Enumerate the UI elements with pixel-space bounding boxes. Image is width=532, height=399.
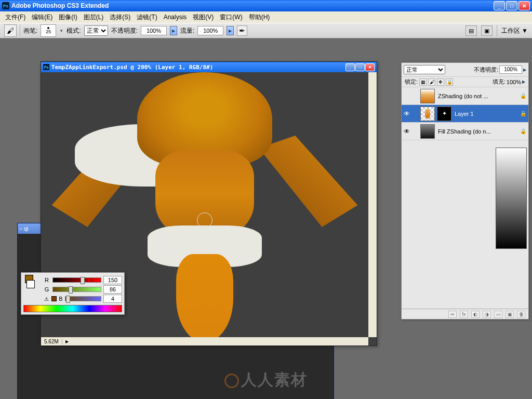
brush-size-value: 25	[46, 29, 51, 34]
layer-name[interactable]: ZShading (do not ...	[436, 93, 520, 99]
layer-row[interactable]: 👁 ✦ Layer 1 🔒	[402, 105, 528, 123]
link-layers-icon[interactable]: ⇔	[448, 311, 457, 318]
layer-thumbnail[interactable]	[420, 124, 435, 139]
watermark: 人人素材	[224, 369, 308, 391]
menu-help[interactable]: 帮助(H)	[246, 12, 273, 23]
file-browser-icon[interactable]: ▤	[466, 25, 477, 36]
lock-icon: 🔒	[520, 128, 528, 134]
brush-preset-picker[interactable]: 25	[41, 24, 56, 37]
brush-label: 画笔:	[23, 26, 37, 35]
gamut-swatch[interactable]	[51, 296, 57, 301]
layers-panel-footer: ⇔ fx ◐ ◑ ▭ ▣ 🗑	[402, 309, 528, 319]
visibility-toggle[interactable]: 👁	[402, 128, 412, 135]
lock-pixels-icon[interactable]: 🖌	[428, 78, 435, 86]
background-swatch[interactable]	[26, 280, 35, 288]
airbrush-icon[interactable]: ✒	[237, 25, 247, 36]
g-value[interactable]: 86	[103, 285, 122, 294]
layer-style-icon[interactable]: fx	[460, 311, 468, 318]
divider	[497, 25, 497, 36]
opacity-label: 不透明度:	[111, 26, 138, 35]
lock-position-icon[interactable]: ✥	[437, 78, 444, 86]
navigator-panel[interactable]	[496, 148, 527, 249]
maximize-button[interactable]: □	[506, 1, 517, 10]
lock-transparency-icon[interactable]: ▦	[419, 78, 427, 86]
lock-icon: 🔒	[520, 111, 528, 116]
gamut-warning-icon[interactable]: ⚠	[43, 296, 49, 302]
workspace-label[interactable]: 工作区 ▼	[501, 26, 528, 35]
doc-close-button[interactable]: ✕	[365, 63, 375, 71]
layer-opacity-field[interactable]: 100%	[499, 65, 522, 74]
menu-filter[interactable]: 滤镜(T)	[134, 12, 160, 23]
layer-row[interactable]: 👁 Fill ZShading (do n... 🔒	[402, 123, 528, 140]
layer-name[interactable]: Fill ZShading (do n...	[436, 128, 520, 135]
g-label: G	[43, 286, 50, 292]
b-slider[interactable]	[65, 296, 101, 301]
layer-opacity-label: 不透明度:	[474, 66, 498, 74]
layer-thumbnail[interactable]	[420, 89, 435, 103]
menu-edit[interactable]: 编辑(E)	[29, 12, 56, 23]
fill-label: 填充:	[493, 78, 506, 86]
opacity-arrow[interactable]: ▶	[170, 26, 177, 35]
menu-analysis[interactable]: Analysis	[161, 12, 190, 22]
menu-file[interactable]: 文件(F)	[2, 12, 29, 23]
new-layer-icon[interactable]: ▣	[506, 311, 514, 318]
color-spectrum[interactable]	[23, 305, 122, 312]
color-panel[interactable]: R 150 G 86 ⚠ B 4	[21, 272, 125, 315]
opacity-field[interactable]: 100%	[141, 26, 167, 35]
bridge-icon[interactable]: ▣	[481, 25, 493, 36]
menu-view[interactable]: 视图(V)	[190, 12, 217, 23]
menu-bar: 文件(F) 编辑(E) 图像(I) 图层(L) 选择(S) 滤镜(T) Anal…	[0, 11, 532, 23]
brush-cursor	[197, 212, 212, 228]
layer-group-icon[interactable]: ▭	[494, 311, 502, 318]
close-button[interactable]: ✕	[518, 1, 530, 10]
image-content	[258, 130, 359, 232]
r-value[interactable]: 150	[103, 276, 122, 284]
minimize-button[interactable]: _	[494, 1, 505, 10]
doc-title-bar[interactable]: Ps TempZAppLinkExport.psd @ 200% (Layer …	[41, 62, 377, 72]
horizontal-scrollbar[interactable]: 5.62M ▶	[41, 337, 368, 345]
r-slider[interactable]	[52, 277, 101, 283]
image-content	[176, 254, 233, 337]
menu-window[interactable]: 窗口(W)	[217, 12, 245, 23]
photoshop-icon: Ps	[2, 2, 9, 9]
doc-ps-icon: Ps	[43, 64, 49, 70]
menu-layer[interactable]: 图层(L)	[81, 12, 107, 23]
adjustment-layer-icon[interactable]: ◑	[483, 311, 491, 318]
flow-label: 流量:	[180, 26, 194, 35]
g-slider[interactable]	[52, 287, 101, 292]
blend-mode-select[interactable]: 正常	[84, 25, 108, 36]
r-label: R	[43, 277, 50, 283]
mode-label: 模式:	[66, 26, 81, 35]
flow-field[interactable]: 100%	[197, 26, 223, 35]
bg-doc-title: qi	[24, 225, 29, 232]
layer-thumbnail[interactable]	[420, 107, 435, 121]
b-label: B	[59, 296, 63, 302]
layer-mask-icon[interactable]: ◐	[471, 311, 480, 318]
menu-select[interactable]: 选择(S)	[107, 12, 134, 23]
options-bar: 🖌 画笔: 25 ▼ 模式: 正常 不透明度: 100% ▶ 流量: 100% …	[0, 23, 532, 38]
doc-maximize-button[interactable]: □	[355, 63, 365, 71]
layer-list: ZShading (do not ... 🔒 👁 ✦ Layer 1 🔒 👁 F…	[402, 87, 528, 144]
fill-field[interactable]: 100%	[507, 79, 521, 85]
doc-title: TempZAppLinkExport.psd @ 200% (Layer 1, …	[51, 64, 345, 71]
delete-layer-icon[interactable]: 🗑	[517, 311, 525, 318]
workspace: ▫ qi 人人素材 Ps TempZAppLinkExport.psd @ 20…	[0, 38, 532, 399]
b-value[interactable]: 4	[103, 295, 122, 303]
divider	[20, 25, 20, 36]
layer-name[interactable]: Layer 1	[453, 111, 520, 117]
lock-all-icon[interactable]: 🔒	[446, 78, 453, 86]
lock-icon: 🔒	[520, 93, 528, 99]
visibility-toggle[interactable]: 👁	[402, 110, 412, 117]
flow-arrow[interactable]: ▶	[227, 26, 234, 35]
menu-image[interactable]: 图像(I)	[56, 12, 80, 23]
layer-mask-thumbnail[interactable]: ✦	[437, 107, 451, 121]
vertical-scrollbar[interactable]	[368, 72, 377, 337]
lock-label: 锁定:	[405, 78, 418, 86]
doc-minimize-button[interactable]: _	[345, 63, 355, 71]
layer-blend-mode-select[interactable]: 正常	[404, 65, 445, 74]
app-title-bar: Ps Adobe Photoshop CS3 Extended _ □ ✕	[0, 0, 532, 11]
doc-status: 5.62M	[41, 339, 62, 344]
layer-row[interactable]: ZShading (do not ... 🔒	[402, 87, 528, 105]
app-title: Adobe Photoshop CS3 Extended	[11, 2, 494, 9]
brush-tool-icon[interactable]: 🖌	[4, 24, 17, 37]
